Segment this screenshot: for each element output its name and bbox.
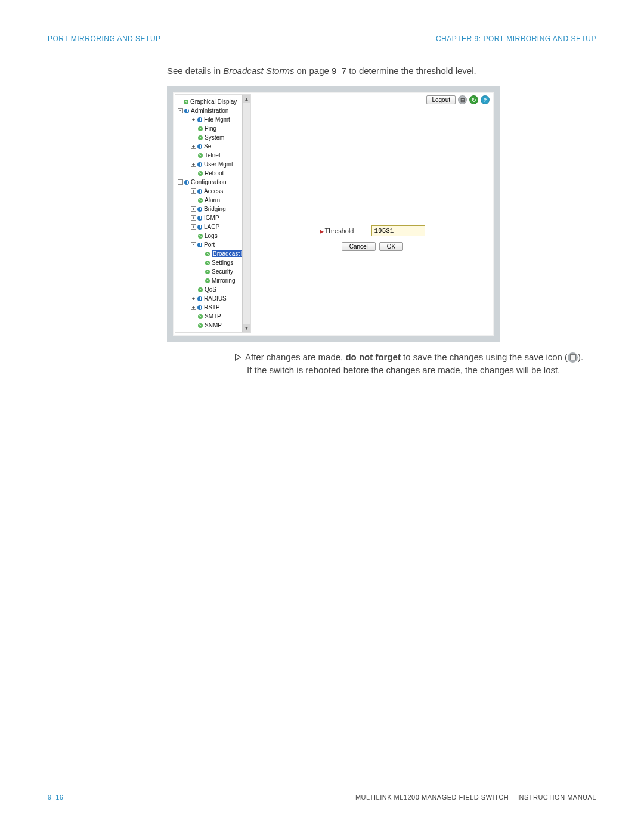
tree-snmp[interactable]: SNMP xyxy=(178,321,250,330)
bullet-icon xyxy=(205,252,210,256)
tree-system[interactable]: System xyxy=(178,133,250,142)
bullet-icon xyxy=(198,126,203,131)
tree-label: QoS xyxy=(205,286,216,293)
refresh-icon[interactable]: ↻ xyxy=(469,95,478,104)
bullet-icon xyxy=(198,171,203,176)
expand-icon[interactable]: + xyxy=(191,144,196,149)
expand-icon[interactable]: + xyxy=(191,206,196,212)
tree-label: Mirroring xyxy=(212,277,235,284)
tree-igmp[interactable]: +IGMP xyxy=(178,213,250,222)
tree-configuration[interactable]: -Configuration xyxy=(178,178,250,187)
threshold-input[interactable] xyxy=(371,225,425,236)
tree-port[interactable]: -Port xyxy=(178,240,250,249)
main-panel: ▶Threshold Cancel OK xyxy=(254,107,491,333)
tree-label: Reboot xyxy=(205,170,224,176)
bullet-icon xyxy=(197,189,202,194)
scroll-down-icon[interactable]: ▼ xyxy=(243,324,250,332)
bullet-icon xyxy=(197,296,202,301)
collapse-icon[interactable]: - xyxy=(178,108,183,113)
tree-reboot[interactable]: Reboot xyxy=(178,169,250,178)
tree-label: IGMP xyxy=(204,215,219,221)
tree-label: SNMP xyxy=(205,322,222,329)
tree-label: Settings xyxy=(212,259,233,266)
bullet-icon xyxy=(197,144,202,149)
expand-icon[interactable]: + xyxy=(191,162,196,167)
logout-button[interactable]: Logout xyxy=(426,95,456,104)
threshold-row: ▶Threshold xyxy=(254,225,491,236)
save-icon xyxy=(568,352,578,363)
bullet-icon xyxy=(198,323,203,328)
tree-access[interactable]: +Access xyxy=(178,187,250,196)
expand-icon[interactable]: + xyxy=(191,224,196,230)
bullet-icon xyxy=(205,270,210,274)
tree-mirroring[interactable]: Mirroring xyxy=(178,276,250,285)
intro-post: on page 9–7 to determine the threshold l… xyxy=(294,66,476,76)
tree-label: LACP xyxy=(204,224,219,230)
tree-alarm[interactable]: Alarm xyxy=(178,196,250,205)
tree-administration[interactable]: -Administration xyxy=(178,106,250,115)
tree-security[interactable]: Security xyxy=(178,267,250,276)
tree-settings[interactable]: Settings xyxy=(178,258,250,267)
note-1a: After changes are made, xyxy=(245,352,345,362)
help-icon[interactable]: ? xyxy=(481,95,490,104)
bullet-icon xyxy=(198,198,203,203)
bullet-icon xyxy=(197,207,202,212)
tree-label: Ping xyxy=(205,125,216,132)
tree-label: SMTP xyxy=(205,313,221,320)
tree-label: Configuration xyxy=(191,179,226,185)
tree-set[interactable]: +Set xyxy=(178,142,250,151)
expand-icon[interactable]: + xyxy=(191,305,196,310)
bullet-icon xyxy=(198,153,203,158)
ok-button[interactable]: OK xyxy=(379,242,403,251)
tree-rstp[interactable]: +RSTP xyxy=(178,303,250,312)
note-1b: do not forget xyxy=(345,352,400,362)
tree-qos[interactable]: QoS xyxy=(178,285,250,294)
tree-user-mgmt[interactable]: +User Mgmt xyxy=(178,160,250,169)
expand-icon[interactable]: + xyxy=(191,296,196,301)
collapse-icon[interactable]: - xyxy=(178,179,183,185)
tree-bridging[interactable]: +Bridging xyxy=(178,205,250,213)
tree-file-mgmt[interactable]: +File Mgmt xyxy=(178,115,250,124)
tree-radius[interactable]: +RADIUS xyxy=(178,294,250,303)
tree-label: Logs xyxy=(205,233,218,239)
tree-label: Graphical Display xyxy=(190,98,237,105)
bullet-icon xyxy=(184,180,189,185)
tree-logs[interactable]: Logs xyxy=(178,231,250,240)
bullet-icon xyxy=(197,216,202,221)
bullet-icon xyxy=(198,314,203,319)
tree-smtp[interactable]: SMTP xyxy=(178,312,250,321)
tree-lacp[interactable]: +LACP xyxy=(178,222,250,231)
tree-label: Security xyxy=(212,268,233,275)
tree-ping[interactable]: Ping xyxy=(178,124,250,133)
page-number: 9–16 xyxy=(48,794,63,801)
nav-sidebar: ▲ ▼ Graphical Display -Administration +F… xyxy=(175,94,251,333)
tree-label: System xyxy=(205,134,224,141)
tree-telnet[interactable]: Telnet xyxy=(178,151,250,160)
tree-label: Bridging xyxy=(204,206,226,212)
tree-broadcast-protect[interactable]: Broadcast Protect xyxy=(178,249,250,258)
scroll-up-icon[interactable]: ▲ xyxy=(243,95,250,103)
tree-sntp[interactable]: SNTP xyxy=(178,330,250,333)
bullet-icon xyxy=(205,278,210,283)
intro-italic: Broadcast Storms xyxy=(223,66,294,76)
threshold-label: ▶Threshold xyxy=(320,227,354,234)
collapse-icon[interactable]: - xyxy=(191,242,196,247)
bullet-icon xyxy=(198,135,203,140)
bullet-icon xyxy=(197,225,202,230)
app-window: Logout ⊟ ↻ ? ▲ ▼ Graphical Display -Admi… xyxy=(173,92,494,336)
expand-icon[interactable]: + xyxy=(191,215,196,221)
note-block: After changes are made, do not forget to… xyxy=(235,351,593,377)
expand-icon[interactable]: + xyxy=(191,188,196,194)
header-right: CHAPTER 9: PORT MIRRORING AND SETUP xyxy=(436,35,596,43)
bullet-icon xyxy=(198,234,203,239)
note-1c: to save the changes using the save icon … xyxy=(401,352,568,362)
bullet-icon xyxy=(197,117,202,122)
save-icon[interactable]: ⊟ xyxy=(458,95,467,104)
cancel-button[interactable]: Cancel xyxy=(342,242,376,251)
expand-icon[interactable]: + xyxy=(191,117,196,122)
scrollbar[interactable]: ▲ ▼ xyxy=(242,95,250,332)
tree-label: Administration xyxy=(191,107,228,114)
button-row: Cancel OK xyxy=(254,242,491,251)
tree-graphical-display[interactable]: Graphical Display xyxy=(178,97,250,106)
screenshot-figure: Logout ⊟ ↻ ? ▲ ▼ Graphical Display -Admi… xyxy=(167,86,500,342)
